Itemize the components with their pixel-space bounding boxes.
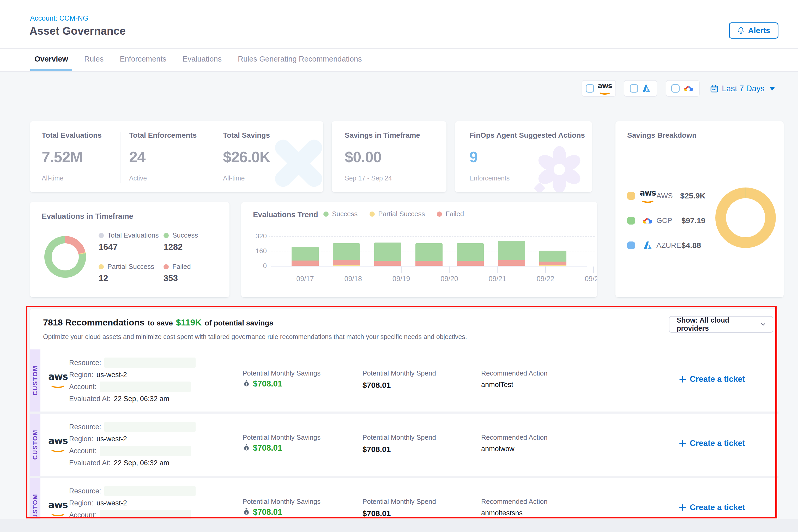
trend-x-label: 09/21 (484, 267, 511, 283)
total-evaluations-sub: All-time (42, 174, 63, 182)
alerts-button[interactable]: Alerts (729, 22, 778, 39)
trend-y-label: 320 (246, 232, 267, 240)
trend-y-label: 160 (246, 247, 267, 254)
potential-monthly-spend: $708.01 (362, 381, 391, 390)
asset-governance-page: Account: CCM-NG Asset Governance Alerts … (0, 0, 798, 532)
custom-tag-badge: CUSTOM (30, 349, 40, 412)
finops-agent-value: 9 (470, 148, 477, 166)
gcp-checkbox[interactable] (671, 84, 680, 93)
potential-monthly-savings: $ $708.01 (243, 443, 282, 453)
gcp-logo-icon (639, 216, 657, 225)
potential-monthly-spend: $708.01 (362, 509, 391, 518)
chevron-down-icon (769, 87, 775, 91)
savings-column-header: Potential Monthly Savings (243, 369, 321, 377)
money-bag-icon: $ (243, 443, 250, 453)
summary-stats-card: Total Evaluations 7.52M All-time Total E… (30, 121, 323, 192)
spend-column-header: Potential Monthly Spend (362, 433, 436, 441)
gcp-legend-value: $97.19 (681, 216, 705, 225)
azure-logo-icon (639, 241, 657, 250)
recommended-action: anmolwow (481, 445, 515, 453)
plus-icon (679, 440, 686, 447)
provider-filter-azure[interactable] (624, 80, 657, 97)
trend-x-label: 09/18 (340, 267, 367, 283)
total-enforcements-label: Total Enforcements (129, 131, 197, 139)
total-evaluations-value: 7.52M (42, 148, 82, 166)
date-range-picker[interactable]: Last 7 Days (710, 82, 775, 95)
failed-dot (437, 211, 442, 217)
provider-filter-aws[interactable]: aws (582, 80, 616, 97)
trend-legend-failed: Failed (437, 210, 464, 218)
provider-filter-gcp[interactable] (666, 80, 700, 97)
custom-tag-badge: CUSTOM (30, 478, 40, 519)
failed-dot (164, 264, 169, 269)
total-savings-sub: All-time (223, 174, 245, 182)
success-dot (323, 211, 328, 217)
recommendation-row: CUSTOM aws Resource: Region:us-west-2 Ac… (30, 478, 778, 519)
recommendations-count: 7818 Recommendations (43, 317, 145, 327)
region-value: us-west-2 (96, 499, 127, 507)
trend-legend: Success Partial Success Failed (323, 210, 464, 218)
trend-bar (333, 243, 360, 266)
tab-enforcements[interactable]: Enforcements (116, 49, 171, 71)
legend-success: Success 1282 (164, 231, 225, 252)
create-ticket-button[interactable]: Create a ticket (679, 439, 745, 448)
partial-success-dot (99, 264, 104, 269)
plus-icon (679, 376, 686, 383)
create-ticket-button[interactable]: Create a ticket (679, 503, 745, 512)
success-dot (164, 233, 169, 238)
resource-value-redacted (104, 422, 195, 432)
create-ticket-button[interactable]: Create a ticket (679, 375, 745, 384)
potential-savings-amount: $119K (176, 317, 202, 327)
total-savings-value: $26.0K (223, 148, 270, 166)
cloud-provider-filter-dropdown[interactable]: Show: All cloud providers (669, 316, 773, 333)
aws-legend-label: AWS (657, 192, 680, 200)
trend-bar (374, 243, 401, 266)
region-value: us-west-2 (96, 371, 127, 379)
evaluations-donut-chart (44, 236, 86, 278)
aws-logo-icon: aws (598, 82, 612, 95)
recommended-action: anmoltestsns (481, 509, 522, 517)
tab-evaluations[interactable]: Evaluations (178, 49, 226, 71)
calendar-icon (710, 84, 719, 93)
tab-rules-generating-recommendations[interactable]: Rules Generating Recommendations (234, 49, 366, 71)
partial-success-count: 12 (99, 273, 160, 283)
savings-breakdown-card: Savings Breakdown aws AWS $25.9K (615, 121, 784, 297)
trend-legend-success: Success (323, 210, 358, 218)
money-bag-icon: $ (243, 379, 250, 388)
trend-y-axis: 0160320 (246, 236, 267, 266)
trend-bar (457, 243, 484, 266)
tab-rules[interactable]: Rules (80, 49, 108, 71)
resource-label: Resource: (69, 423, 101, 431)
account-breadcrumb-link[interactable]: Account: CCM-NG (30, 14, 89, 22)
breakdown-legend-aws: aws AWS $25.9K (627, 190, 705, 202)
bell-icon (737, 26, 745, 35)
legend-partial-success: Partial Success 12 (99, 263, 160, 283)
account-label: Account: (69, 383, 96, 391)
resource-value-redacted (104, 486, 195, 496)
savings-in-timeframe-card: Savings in Timeframe $0.00 Sep 17 - Sep … (332, 121, 446, 192)
gcp-logo-icon (683, 84, 694, 93)
total-enforcements-value: 24 (129, 148, 146, 166)
trend-plot-area (271, 236, 587, 267)
azure-checkbox[interactable] (630, 84, 638, 93)
total-savings-label: Total Savings (223, 131, 270, 139)
aws-checkbox[interactable] (586, 84, 594, 93)
account-value-redacted (100, 382, 191, 392)
tab-overview[interactable]: Overview (30, 49, 72, 71)
success-count: 1282 (164, 242, 225, 252)
trend-x-label: 09/23 (580, 267, 597, 283)
azure-legend-value: $4.88 (681, 241, 701, 250)
partial-success-dot (369, 211, 375, 217)
trend-x-label: 09/22 (532, 267, 559, 283)
resource-label: Resource: (69, 359, 101, 367)
region-label: Region: (69, 371, 93, 379)
savings-breakdown-title: Savings Breakdown (627, 131, 697, 139)
legend-total-evaluations: Total Evaluations 1647 (99, 231, 160, 252)
trend-x-label: 09/19 (388, 267, 415, 283)
legend-failed: Failed 353 (164, 263, 225, 283)
trend-legend-partial-success: Partial Success (369, 210, 425, 218)
divider (214, 132, 214, 183)
resource-value-redacted (104, 358, 195, 368)
page-title: Asset Governance (30, 25, 126, 37)
aws-logo-icon: aws (639, 189, 657, 203)
